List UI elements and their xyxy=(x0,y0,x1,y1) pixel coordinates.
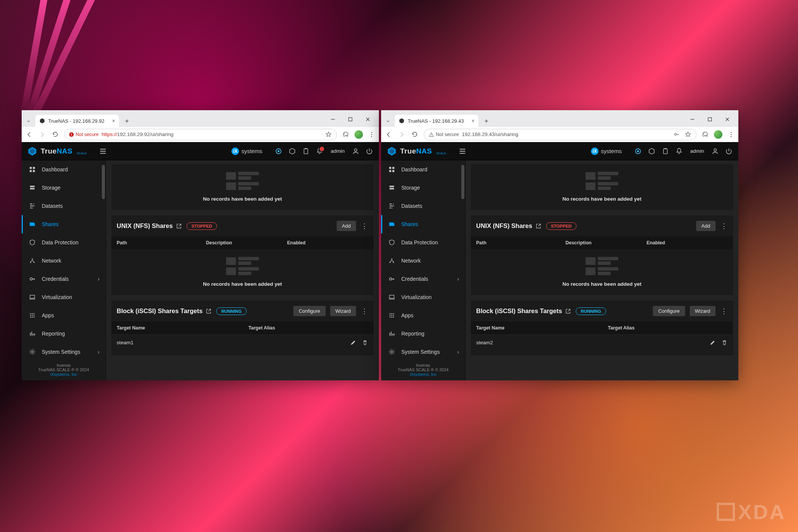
footer-link[interactable]: iXsystems, Inc xyxy=(381,372,465,377)
sidebar-item-dashboard[interactable]: Dashboard xyxy=(22,160,106,179)
power-icon[interactable] xyxy=(725,147,733,155)
wizard-button[interactable]: Wizard xyxy=(330,306,356,316)
sidebar-item-system-settings[interactable]: System Settings› xyxy=(381,343,465,359)
ixsystems-link[interactable]: iX systems xyxy=(231,147,262,155)
sidebar-item-apps[interactable]: Apps xyxy=(381,306,465,325)
sidebar-item-reporting[interactable]: Reporting xyxy=(381,325,465,343)
wizard-button[interactable]: Wizard xyxy=(690,306,716,316)
nav-back-icon[interactable] xyxy=(25,131,33,138)
kebab-menu-icon[interactable]: ⋮ xyxy=(361,307,368,315)
add-button[interactable]: Add xyxy=(696,221,716,231)
sidebar-item-credentials[interactable]: Credentials› xyxy=(22,270,106,288)
extensions-icon[interactable] xyxy=(702,131,709,138)
sidebar-item-storage[interactable]: Storage xyxy=(22,179,106,197)
sidebar-item-network[interactable]: Network xyxy=(22,252,106,270)
sidebar-item-shares[interactable]: Shares xyxy=(381,215,465,233)
extension-avatar-icon[interactable] xyxy=(355,130,363,139)
status-badge[interactable]: RUNNING xyxy=(576,307,606,315)
sidebar-item-credentials[interactable]: Credentials› xyxy=(381,270,465,288)
ixsystems-link[interactable]: iX systems xyxy=(591,147,622,155)
footer-link[interactable]: iXsystems, Inc xyxy=(22,372,106,377)
brand[interactable]: TrueNAS SCALE xyxy=(27,146,87,157)
password-key-icon[interactable] xyxy=(673,131,680,138)
browser-menu-icon[interactable] xyxy=(368,131,375,138)
sidebar-item-virtualization[interactable]: Virtualization xyxy=(22,288,106,306)
table-row[interactable]: steam1 xyxy=(111,334,374,350)
bookmark-star-icon[interactable] xyxy=(325,131,332,138)
scrollbar-thumb[interactable] xyxy=(461,165,464,199)
nav-forward-icon[interactable] xyxy=(38,131,46,138)
new-tab-button[interactable]: + xyxy=(481,116,492,127)
delete-icon[interactable] xyxy=(362,339,368,346)
sidebar-toggle-icon[interactable] xyxy=(458,147,467,155)
edit-icon[interactable] xyxy=(709,339,716,346)
configure-button[interactable]: Configure xyxy=(293,306,325,316)
cube-icon[interactable] xyxy=(288,147,296,155)
account-icon[interactable] xyxy=(711,147,719,155)
nav-reload-icon[interactable] xyxy=(51,131,59,138)
status-icon[interactable] xyxy=(634,147,642,155)
nav-back-icon[interactable] xyxy=(385,131,393,138)
browser-tab[interactable]: TrueNAS - 192.168.29.43 × xyxy=(395,115,478,127)
security-chip[interactable]: ! Not secure xyxy=(69,132,98,137)
window-minimize-icon[interactable] xyxy=(684,114,701,125)
sidebar-item-virtualization[interactable]: Virtualization xyxy=(381,288,465,306)
window-close-icon[interactable] xyxy=(359,114,377,125)
sidebar-item-dashboard[interactable]: Dashboard xyxy=(381,160,465,179)
kebab-menu-icon[interactable]: ⋮ xyxy=(361,222,368,230)
sidebar-item-apps[interactable]: Apps xyxy=(22,306,106,325)
card-title-iscsi[interactable]: Block (iSCSI) Shares Targets xyxy=(476,307,571,315)
sidebar-item-data-protection[interactable]: Data Protection xyxy=(22,233,106,252)
new-tab-button[interactable]: + xyxy=(121,116,133,127)
nav-reload-icon[interactable] xyxy=(411,131,418,138)
status-badge[interactable]: STOPPED xyxy=(187,222,217,230)
sidebar-item-storage[interactable]: Storage xyxy=(381,179,465,197)
omnibox[interactable]: Not secure 192.168.29.43/ui/sharing xyxy=(424,129,697,140)
status-badge[interactable]: RUNNING xyxy=(216,307,247,315)
sidebar-item-system-settings[interactable]: System Settings› xyxy=(22,343,106,359)
sidebar-item-data-protection[interactable]: Data Protection xyxy=(381,233,465,252)
card-title-nfs[interactable]: UNIX (NFS) Shares xyxy=(117,222,182,230)
sidebar-toggle-icon[interactable] xyxy=(99,147,107,155)
window-close-icon[interactable] xyxy=(719,114,736,125)
delete-icon[interactable] xyxy=(721,339,728,346)
add-button[interactable]: Add xyxy=(337,221,356,231)
card-title-nfs[interactable]: UNIX (NFS) Shares xyxy=(476,222,542,230)
clipboard-icon[interactable] xyxy=(302,147,310,155)
configure-button[interactable]: Configure xyxy=(653,306,685,316)
tab-scroll-left-icon[interactable] xyxy=(24,116,33,127)
alert-bell-icon[interactable] xyxy=(675,147,683,155)
power-icon[interactable] xyxy=(365,147,374,155)
sidebar-item-network[interactable]: Network xyxy=(381,252,465,270)
browser-tab[interactable]: TrueNAS - 192.168.29.92 × xyxy=(35,115,119,127)
kebab-menu-icon[interactable]: ⋮ xyxy=(720,222,728,230)
window-maximize-icon[interactable] xyxy=(701,114,719,125)
browser-menu-icon[interactable] xyxy=(728,131,735,138)
sidebar-item-reporting[interactable]: Reporting xyxy=(22,325,106,343)
tab-close-icon[interactable]: × xyxy=(472,118,475,124)
table-row[interactable]: steam2 xyxy=(471,334,733,350)
account-icon[interactable] xyxy=(352,147,360,155)
extension-avatar-icon[interactable] xyxy=(714,130,722,139)
sidebar-item-shares[interactable]: Shares xyxy=(22,215,106,233)
edit-icon[interactable] xyxy=(350,339,356,346)
nav-forward-icon[interactable] xyxy=(398,131,405,138)
kebab-menu-icon[interactable]: ⋮ xyxy=(720,307,728,315)
window-maximize-icon[interactable] xyxy=(342,114,359,125)
status-badge[interactable]: STOPPED xyxy=(546,222,577,230)
sidebar-item-datasets[interactable]: Datasets xyxy=(381,197,465,215)
bookmark-star-icon[interactable] xyxy=(684,131,692,138)
window-minimize-icon[interactable] xyxy=(324,114,342,125)
security-chip[interactable]: Not secure xyxy=(429,132,459,137)
alert-bell-icon[interactable] xyxy=(315,147,324,155)
brand[interactable]: TrueNAS SCALE xyxy=(386,146,446,157)
status-icon[interactable] xyxy=(274,147,283,155)
sidebar-item-datasets[interactable]: Datasets xyxy=(22,197,106,215)
tab-close-icon[interactable]: × xyxy=(112,118,115,124)
card-title-iscsi[interactable]: Block (iSCSI) Shares Targets xyxy=(117,307,212,315)
omnibox[interactable]: ! Not secure https://192.168.29.92/ui/sh… xyxy=(64,129,337,140)
cube-icon[interactable] xyxy=(648,147,656,155)
scrollbar-thumb[interactable] xyxy=(102,165,105,199)
tab-scroll-left-icon[interactable] xyxy=(383,116,393,127)
clipboard-icon[interactable] xyxy=(661,147,670,155)
